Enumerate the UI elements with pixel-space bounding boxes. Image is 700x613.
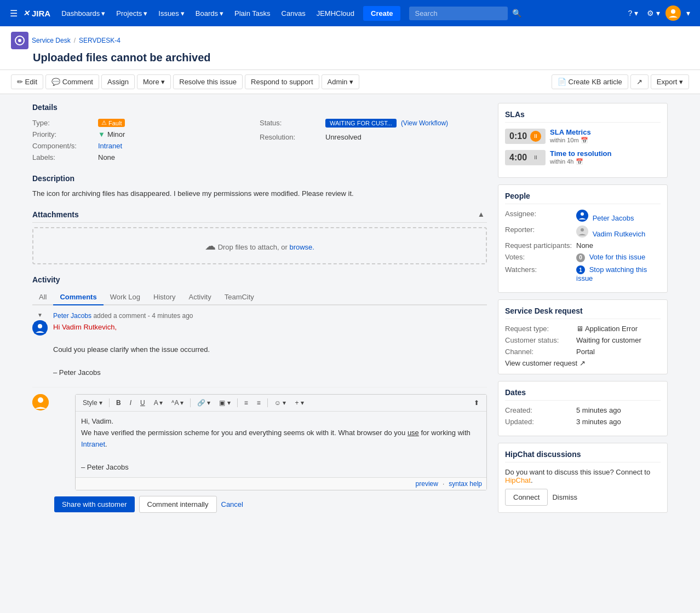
nav-jemhcloud[interactable]: JEMHCloud (312, 6, 359, 21)
assign-button[interactable]: Assign (101, 74, 135, 89)
hipchat-text: Do you want to discuss this issue? Conne… (505, 468, 661, 484)
sla-pause-button-1[interactable]: ⏸ (530, 131, 541, 142)
components-link[interactable]: Intranet (98, 142, 122, 150)
nav-plain-tasks[interactable]: Plain Tasks (230, 6, 275, 21)
nav-dashboards[interactable]: Dashboards ▾ (57, 6, 110, 21)
dates-title: Dates (505, 388, 661, 401)
emoji-button[interactable]: ☺ ▾ (271, 397, 290, 409)
nav-issues[interactable]: Issues ▾ (154, 6, 189, 21)
share-with-customer-button[interactable]: Share with customer (54, 496, 135, 512)
nav-projects[interactable]: Projects ▾ (112, 6, 152, 21)
top-navigation: ☰ ✕ JIRA Dashboards ▾ Projects ▾ Issues … (0, 0, 700, 26)
nav-boards[interactable]: Boards ▾ (191, 6, 228, 21)
admin-button[interactable]: Admin ▾ (322, 74, 359, 89)
reporter-link[interactable]: Vadim Rutkevich (593, 230, 646, 238)
hamburger-menu[interactable]: ☰ (7, 6, 21, 21)
watchers-link[interactable]: Stop watching this issue (576, 265, 647, 283)
description-text: The icon for archiving files has disappe… (32, 188, 487, 199)
submit-row: Share with customer Comment internally C… (54, 496, 487, 513)
right-panel: SLAs 0:10 ⏸ SLA Metrics within 10m 📅 4:0… (498, 103, 668, 524)
tab-all[interactable]: All (32, 290, 53, 305)
tab-teamcity[interactable]: TeamCity (218, 290, 261, 305)
syntax-help-link[interactable]: syntax help (449, 480, 482, 488)
numbered-list-button[interactable]: ≡ (253, 397, 265, 409)
breadcrumb-service-desk[interactable]: Service Desk (32, 37, 71, 44)
sla-label-2: Time to resolution within 4h 📅 (550, 149, 611, 165)
comment-collapse-button[interactable]: ▼ (35, 312, 45, 318)
export-button[interactable]: Export ▾ (651, 74, 689, 89)
breadcrumb-issue-key[interactable]: SERVDESK-4 (79, 37, 121, 44)
comment-button[interactable]: 💬 Comment (45, 74, 99, 89)
text-color-button[interactable]: A ▾ (150, 397, 167, 409)
edit-button[interactable]: ✏ Edit (11, 74, 43, 89)
fault-icon: ⚠ (101, 119, 107, 126)
nav-canvas[interactable]: Canvas (277, 6, 310, 21)
bullet-list-button[interactable]: ≡ (240, 397, 252, 409)
assignee-link[interactable]: Peter Jacobs (593, 214, 634, 222)
search-input[interactable] (409, 7, 508, 20)
search-button[interactable]: 🔍 (509, 7, 525, 20)
browse-link[interactable]: browse. (289, 243, 314, 251)
italic-button[interactable]: I (126, 397, 135, 409)
attachments-drop-zone[interactable]: ☁ Drop files to attach, or browse. (32, 227, 487, 264)
editor-toolbar: Style ▾ B I U A ▾ ᴬA ▾ 🔗 ▾ ▣ ▾ ≡ (76, 395, 486, 412)
activity-tabs: All Comments Work Log History Activity T… (32, 290, 487, 305)
svg-point-4 (38, 324, 42, 328)
participants-row: Request participants: None (505, 241, 661, 250)
kb-icon: 📄 (558, 78, 566, 86)
description-section: Description The icon for archiving files… (32, 174, 487, 199)
details-title: Details (32, 103, 487, 112)
more-button[interactable]: More ▾ (137, 74, 171, 89)
reporter-avatar (576, 225, 588, 238)
resolve-button[interactable]: Resolve this issue (173, 74, 243, 89)
respond-button[interactable]: Respond to support (245, 74, 319, 89)
status-row: Status: WAITING FOR CUST... (View Workfl… (260, 117, 487, 129)
details-grid: Type: ⚠ Fault Priority: ▼ Minor (32, 117, 487, 163)
tab-comments[interactable]: Comments (53, 290, 103, 305)
more-options-button[interactable]: + ▾ (291, 397, 307, 409)
channel-row: Channel: Portal (505, 348, 661, 356)
view-workflow-link[interactable]: (View Workflow) (401, 119, 448, 127)
service-desk-icon (11, 32, 28, 49)
insert-button[interactable]: ▣ ▾ (215, 397, 234, 409)
preview-link[interactable]: preview (416, 480, 438, 488)
user-menu-arrow[interactable]: ▾ (683, 7, 693, 20)
share-icon: ↗ (636, 78, 642, 86)
attachments-section: Attachments ▲ ☁ Drop files to attach, or… (32, 210, 487, 264)
editor-footer: preview · syntax help (76, 477, 486, 490)
settings-button[interactable]: ⚙ ▾ (644, 7, 663, 20)
font-size-button[interactable]: ᴬA ▾ (168, 397, 187, 409)
vote-link[interactable]: Vote for this issue (589, 253, 646, 261)
svg-point-8 (581, 212, 584, 216)
tab-activity[interactable]: Activity (182, 290, 218, 305)
help-button[interactable]: ? ▾ (624, 7, 641, 20)
share-button[interactable]: ↗ (630, 74, 649, 89)
underline-button[interactable]: U (136, 397, 149, 409)
sla-timer-2: 4:00 ⏸ (505, 150, 546, 165)
bold-button[interactable]: B (112, 397, 125, 409)
editor-content[interactable]: Hi, Vadim. We have verified the permissi… (76, 412, 486, 477)
dismiss-button[interactable]: Dismiss (552, 489, 577, 506)
cancel-button[interactable]: Cancel (221, 500, 243, 508)
activity-section: Activity All Comments Work Log History A… (32, 275, 487, 513)
comment-item: ▼ Peter Jacobs added a comment - 4 minut… (32, 312, 487, 379)
link-button[interactable]: 🔗 ▾ (193, 397, 214, 409)
user-avatar[interactable] (665, 5, 681, 21)
connect-button[interactable]: Connect (505, 489, 548, 506)
status-badge: WAITING FOR CUST... (325, 119, 397, 128)
tab-worklog[interactable]: Work Log (104, 290, 147, 305)
tab-history[interactable]: History (147, 290, 182, 305)
people-section: People Assignee: Peter Jacobs Reporter: … (498, 184, 668, 293)
comment-author-link[interactable]: Peter Jacobs (53, 312, 91, 320)
collapse-editor-button[interactable]: ⬆ (470, 397, 483, 409)
sla-pause-button-2[interactable]: ⏸ (530, 152, 541, 163)
resolution-row: Resolution: Unresolved (260, 131, 487, 143)
attachments-collapse-button[interactable]: ▲ (475, 210, 487, 218)
people-title: People (505, 192, 661, 204)
hipchat-link[interactable]: HipChat (505, 476, 531, 484)
create-kb-button[interactable]: 📄 Create KB article (552, 74, 628, 89)
create-button[interactable]: Create (363, 6, 400, 21)
view-customer-request-link[interactable]: View customer request ↗ (505, 359, 586, 367)
style-dropdown[interactable]: Style ▾ (79, 397, 106, 409)
comment-internally-button[interactable]: Comment internally (139, 496, 217, 513)
